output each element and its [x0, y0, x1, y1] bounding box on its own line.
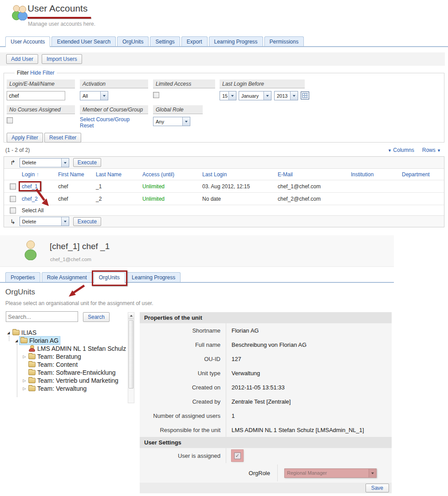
col-header-institution[interactable]: Institution: [351, 171, 402, 178]
tree-item-label[interactable]: Team: Content: [37, 361, 78, 368]
select-arrow-icon: [182, 117, 190, 126]
rows-selector[interactable]: Rows ▼: [422, 147, 441, 153]
execute-button-bottom[interactable]: Execute: [73, 217, 101, 226]
row-checkbox[interactable]: [10, 183, 16, 190]
tree-item-team-beratung[interactable]: ▷ Team: Beratung: [5, 353, 128, 361]
tab-extended-user-search[interactable]: Extended User Search: [51, 36, 116, 46]
col-header-email[interactable]: E-Mail: [278, 171, 351, 178]
add-user-button[interactable]: Add User: [6, 54, 38, 64]
tree-expander-closed-icon[interactable]: ▷: [21, 378, 28, 383]
tab-learning-progress[interactable]: Learning Progress: [209, 36, 263, 46]
tree-item-label[interactable]: Team: Beratung: [37, 353, 81, 360]
col-header-department[interactable]: Department: [402, 171, 444, 178]
select-arrow-icon: [100, 91, 108, 100]
folder-icon: [28, 354, 35, 359]
select-arrow-icon: [369, 469, 376, 477]
tab-user-accounts[interactable]: User Accounts: [5, 36, 50, 47]
tree-item-team-software[interactable]: Team: Software-Entwicklung: [5, 369, 128, 377]
orgunit-search-button[interactable]: Search: [83, 312, 110, 322]
limited-access-checkbox[interactable]: [153, 92, 159, 98]
property-label: Created by: [140, 394, 226, 409]
select-arrow-icon: [228, 91, 236, 100]
orgunit-search-input[interactable]: [6, 311, 78, 322]
tree-item-label[interactable]: Team: Software-Entwicklung: [37, 369, 116, 376]
chevron-down-icon: ▼: [388, 148, 392, 153]
cell-email: chef_1@chef.com: [278, 183, 351, 190]
execute-button-top[interactable]: Execute: [73, 158, 101, 167]
scrollbar-thumb[interactable]: [129, 320, 134, 389]
col-header-access[interactable]: Access (until): [142, 171, 202, 178]
folder-icon: [12, 330, 20, 335]
filter-header-limited-access: Limited Access: [153, 79, 215, 88]
tree-item-label[interactable]: Team: Vertrieb und Marketing: [37, 377, 118, 384]
day-select[interactable]: 15: [220, 91, 236, 100]
scroll-up-icon[interactable]: [128, 313, 134, 319]
apply-filter-button[interactable]: Apply Filter: [7, 133, 43, 143]
tab-orgunits-detail[interactable]: OrgUnits: [94, 272, 125, 283]
table-row: chef_2 chef _2 Unlimited No date chef_2@…: [4, 192, 444, 205]
tab-export[interactable]: Export: [181, 36, 208, 46]
global-role-select[interactable]: Any: [153, 117, 190, 126]
user-assigned-row: User is assigned ✓: [140, 448, 392, 463]
property-value: Zentrale Test [Zentrale]: [226, 398, 291, 405]
tab-orgunits[interactable]: OrgUnits: [117, 36, 149, 46]
select-course-group-link[interactable]: Select Course/Group: [80, 116, 130, 123]
tree-item-team-verwaltung[interactable]: ▷ Team: Verwaltung: [5, 385, 128, 393]
tree-expander-open-icon[interactable]: ◢: [5, 331, 12, 335]
col-header-login[interactable]: Login ↑: [22, 171, 58, 178]
tree-item-team-content[interactable]: Team: Content: [5, 361, 128, 369]
bulk-action-select-top[interactable]: Delete: [20, 158, 69, 167]
columns-selector[interactable]: ▼ Columns: [388, 147, 414, 153]
bulk-action-value: Delete: [22, 160, 36, 165]
save-button[interactable]: Save: [365, 484, 389, 492]
select-all-checkbox[interactable]: [10, 207, 16, 214]
folder-icon: [28, 362, 35, 367]
users-table: ↱ Delete Execute Login ↑ First Name Last…: [4, 156, 444, 227]
bulk-action-select-bottom[interactable]: Delete: [20, 217, 69, 226]
tree-item-label[interactable]: LMS ADMIN NL 1 Stefan Schulz: [37, 345, 126, 352]
tree-expander-open-icon[interactable]: ◢: [13, 339, 20, 343]
reset-filter-button[interactable]: Reset Filter: [44, 133, 81, 143]
tab-permissions[interactable]: Permissions: [264, 36, 304, 46]
sort-asc-icon: ↑: [36, 171, 39, 178]
divider: [277, 464, 278, 481]
calendar-icon[interactable]: [301, 91, 309, 99]
cell-email: chef_2@chef.com: [278, 196, 351, 202]
activation-select[interactable]: All: [80, 91, 108, 100]
property-value: 127: [226, 356, 241, 362]
no-courses-checkbox[interactable]: [7, 117, 13, 123]
orgrole-select[interactable]: Regional Manager: [284, 468, 377, 478]
tab-properties[interactable]: Properties: [5, 272, 40, 282]
tree-item-team-vertrieb[interactable]: ▷ Team: Vertrieb und Marketing: [5, 377, 128, 385]
tree-item-label[interactable]: ILIAS: [21, 329, 36, 336]
col-header-first-name[interactable]: First Name: [58, 171, 96, 178]
tab-learning-progress-detail[interactable]: Learning Progress: [126, 272, 181, 282]
tree-expander-closed-icon[interactable]: ▷: [21, 386, 28, 391]
tree-item-label[interactable]: Florian AG: [29, 337, 59, 344]
tree-item-ilias[interactable]: ◢ ILIAS: [5, 329, 128, 337]
login-filter-input[interactable]: [7, 91, 65, 100]
tab-settings[interactable]: Settings: [150, 36, 180, 46]
tree-item-label[interactable]: Team: Verwaltung: [37, 385, 86, 392]
import-users-button[interactable]: Import Users: [42, 54, 82, 64]
apply-to-selection-top-icon: ↱: [10, 160, 16, 165]
property-row: Shortname Florian AG: [140, 323, 392, 337]
folder-icon: [20, 338, 28, 343]
property-label: Responsible for the unit: [140, 423, 226, 437]
hide-filter-link[interactable]: Hide Filter: [30, 70, 55, 76]
year-select[interactable]: 2013: [274, 91, 298, 100]
user-assigned-checkbox[interactable]: ✓: [234, 452, 241, 459]
col-header-last-login[interactable]: Last Login: [202, 171, 278, 178]
tab-role-assignment[interactable]: Role Assignment: [42, 272, 92, 282]
row-checkbox[interactable]: [10, 196, 16, 202]
col-header-last-name[interactable]: Last Name: [96, 171, 142, 178]
property-row: Created by Zentrale Test [Zentrale]: [140, 394, 392, 409]
tree-scrollbar[interactable]: [128, 312, 134, 403]
reset-course-group-link[interactable]: Reset: [80, 123, 94, 129]
user-assigned-label: User is assigned: [140, 448, 226, 463]
tree-item-florian-ag[interactable]: ◢ Florian AG: [5, 337, 128, 345]
filter-panel: Filter Hide Filter Login/E-Mail/Name Act…: [4, 73, 444, 143]
tree-item-lms-admin[interactable]: LMS ADMIN NL 1 Stefan Schulz: [5, 345, 128, 353]
tree-expander-closed-icon[interactable]: ▷: [21, 354, 28, 359]
month-select[interactable]: January: [239, 91, 271, 100]
